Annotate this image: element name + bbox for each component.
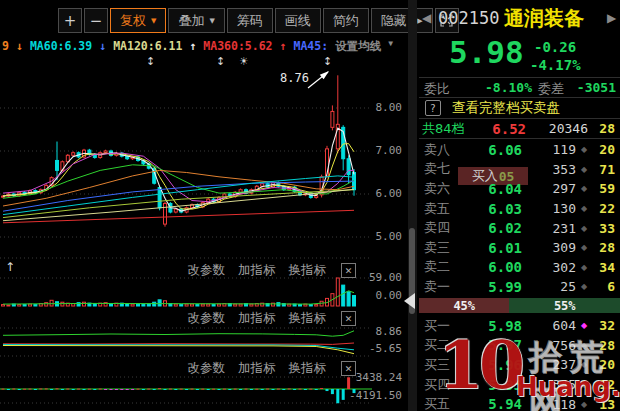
indicator-panel-1-controls: 改参数加指标换指标✕ (150, 262, 356, 279)
switch-indicator-button[interactable]: 换指标 (289, 310, 327, 327)
buy-sell-ratio-bar: 45% 55% (419, 298, 620, 313)
buy-order-row[interactable]: 买一5.98604◆32 (419, 316, 620, 336)
toolbar-button-4[interactable]: 简约 (323, 8, 369, 33)
ma-values-row: 9↓MA60:6.39↓MA120:6.11↑MA360:5.62↑MA45:设… (2, 39, 393, 54)
toolbar-button-2[interactable]: 筹码 (227, 8, 273, 33)
order-volume: 353 (522, 162, 576, 177)
buy-order-row[interactable]: 买五5.94118◆13 (419, 394, 620, 411)
close-panel-icon[interactable]: ✕ (341, 311, 356, 326)
sell-order-row[interactable]: 卖四6.02231◆33 (419, 218, 620, 238)
toolbar-button-3[interactable]: 画线 (275, 8, 321, 33)
y-axis-label: 5.00 (336, 230, 402, 243)
change-params-button[interactable]: 改参数 (188, 360, 226, 377)
close-panel-icon[interactable]: ✕ (341, 263, 356, 278)
close-panel-icon[interactable]: ✕ (341, 361, 356, 376)
order-price[interactable]: 5.97 (464, 337, 522, 353)
event-marker-icon[interactable]: ↕ (216, 55, 225, 68)
ma-value-0: 9 (2, 39, 9, 54)
weibi-label: 委比 (424, 80, 450, 98)
prev-stock-arrow[interactable]: ◀ (422, 11, 431, 25)
order-count: 6 (592, 279, 620, 294)
info-marker-icon[interactable]: ☀ (239, 55, 249, 68)
add-indicator-button[interactable]: 加指标 (238, 310, 276, 327)
ma-value-3: ↓ (99, 39, 106, 54)
order-price[interactable]: 6.04 (464, 181, 522, 197)
order-price[interactable]: 5.94 (464, 396, 522, 411)
sell-order-row[interactable]: 卖三6.01309◆28 (419, 238, 620, 258)
set-ma-dropdown[interactable]: 设置均线 (335, 39, 381, 54)
stock-name: 通润装备 (504, 5, 584, 32)
weibi-value: -8.10% (470, 80, 532, 95)
order-price[interactable]: 5.96 (464, 357, 522, 373)
change-params-button[interactable]: 改参数 (188, 310, 226, 327)
y-axis-label: 6.00 (336, 187, 402, 200)
y-axis-label: 0.00 (330, 289, 402, 302)
add-indicator-button[interactable]: 加指标 (238, 360, 276, 377)
order-count: 12 (592, 377, 620, 392)
volume-diamond-icon: ◆ (576, 341, 592, 350)
volume-diamond-icon: ◆ (576, 380, 592, 389)
order-count: 32 (592, 318, 620, 333)
order-volume: 604 (522, 318, 576, 333)
buy-order-row[interactable]: 买四5.95345◆12 (419, 375, 620, 395)
order-price[interactable]: 6.03 (464, 201, 522, 217)
event-marker-icon[interactable]: ↕ (323, 55, 332, 68)
order-level-label: 买二 (419, 336, 464, 354)
last-price: 5.98 (449, 34, 524, 70)
buy-order-row[interactable]: 买二5.97756◆28 (419, 336, 620, 356)
switch-indicator-button[interactable]: 换指标 (289, 262, 327, 279)
indicator-panel-3-controls: 改参数加指标换指标✕ (150, 360, 356, 377)
order-count: 20 (592, 142, 620, 157)
volume-diamond-icon: ◆ (576, 282, 592, 291)
sell-order-row[interactable]: 卖八6.06119◆20 (419, 140, 620, 160)
sell-order-row[interactable]: 卖五6.03130◆22 (419, 199, 620, 219)
toolbar-button-0[interactable]: 复权▼ (110, 8, 166, 33)
volume-diamond-icon: ◆ (576, 224, 592, 233)
order-count: 34 (592, 260, 620, 275)
help-icon[interactable]: ? (425, 100, 441, 116)
view-full-orderbook-link[interactable]: 查看完整档买卖盘 (452, 99, 560, 117)
order-level-label: 买四 (419, 376, 464, 394)
collapse-arrow-icon[interactable] (404, 293, 415, 309)
y-axis-label: -4191.50 (330, 389, 402, 402)
y-axis-label: -5.65 (330, 342, 402, 355)
chart-toolbar: + − 复权▼叠加▼筹码画线简约隐藏▶▶ (58, 8, 461, 33)
order-price[interactable]: 5.99 (464, 279, 522, 295)
ma-value-8: MA45: (294, 39, 329, 54)
sell-order-row[interactable]: 卖二6.00302◆34 (419, 258, 620, 278)
ma-value-4: MA120:6.11 (113, 39, 182, 54)
summary-extra: 28 (588, 121, 620, 136)
zoom-out-button[interactable]: − (84, 8, 108, 33)
volume-diamond-icon: ◆ (576, 263, 592, 272)
zoom-in-button[interactable]: + (58, 8, 82, 33)
avg-price: 6.52 (478, 121, 526, 137)
order-price[interactable]: 5.95 (464, 377, 522, 393)
add-indicator-button[interactable]: 加指标 (238, 262, 276, 279)
change-params-button[interactable]: 改参数 (188, 262, 226, 279)
order-price[interactable]: 6.00 (464, 259, 522, 275)
price-change: -0.26 (534, 39, 576, 55)
orderbook-summary-row: 共84档 6.52 20346 28 (419, 120, 620, 137)
order-volume: 309 (522, 240, 576, 255)
order-count: 71 (592, 162, 620, 177)
y-axis-label: 8.00 (336, 101, 402, 114)
order-level-label: 卖三 (419, 239, 464, 257)
line-green (3, 331, 354, 336)
event-marker-icon[interactable]: ↕ (146, 55, 155, 68)
price-annotation: 8.76 (280, 71, 309, 85)
next-stock-arrow[interactable]: ▶ (607, 11, 616, 25)
order-price[interactable]: 6.01 (464, 240, 522, 256)
sell-order-row[interactable]: 卖七买入05353◆71 (419, 160, 620, 180)
order-price[interactable]: 5.98 (464, 318, 522, 334)
order-price[interactable]: 6.02 (464, 220, 522, 236)
sell-orders-list: 卖八6.06119◆20卖七买入05353◆71卖六6.04297◆59卖五6.… (419, 140, 620, 297)
sell-order-row[interactable]: 卖六6.04297◆59 (419, 179, 620, 199)
sell-ratio: 45% (419, 298, 509, 313)
toolbar-button-1[interactable]: 叠加▼ (168, 8, 224, 33)
order-level-label: 卖一 (419, 278, 464, 296)
buy-order-row[interactable]: 买三5.96237◆20 (419, 355, 620, 375)
order-level-label: 卖五 (419, 200, 464, 218)
sell-order-row[interactable]: 卖一5.9925◆6 (419, 277, 620, 297)
order-price[interactable]: 6.06 (464, 142, 522, 158)
switch-indicator-button[interactable]: 换指标 (289, 360, 327, 377)
